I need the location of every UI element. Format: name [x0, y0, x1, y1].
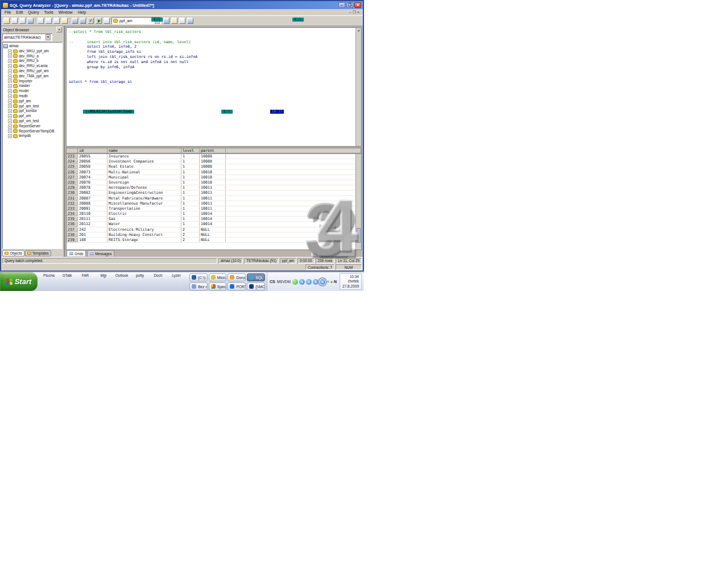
database-node[interactable]: +msdb — [3, 94, 61, 99]
database-node[interactable]: +ReportServerTempDB — [3, 129, 61, 134]
level-column-header[interactable]: level — [181, 148, 200, 153]
mdi-close[interactable]: × — [357, 10, 359, 15]
expand-icon[interactable]: + — [8, 129, 12, 133]
save-icon[interactable] — [19, 18, 26, 24]
panel-path[interactable]: \\MOLNIJA\System\Temp — [83, 110, 134, 114]
find-icon[interactable] — [61, 18, 68, 24]
start-button[interactable]: Start — [0, 272, 38, 291]
tray-icon[interactable]: N — [334, 280, 337, 284]
clock[interactable]: 10:34čtvrtek27.8.2009 — [340, 273, 362, 290]
quick-launch-item[interactable]: Mgr — [95, 273, 112, 277]
expand-icon[interactable]: + — [8, 119, 12, 123]
expand-icon[interactable]: + — [8, 89, 12, 93]
expand-icon[interactable]: + — [8, 124, 12, 128]
database-node[interactable]: +ppf_kondor — [3, 109, 61, 114]
results-tab[interactable]: Messages — [87, 250, 114, 256]
expand-icon[interactable]: + — [8, 74, 12, 78]
menu-item[interactable]: Tools — [44, 10, 53, 14]
results-tab[interactable]: Grids — [67, 250, 86, 256]
mode-icon[interactable] — [80, 18, 86, 24]
menu-item[interactable]: Help — [78, 10, 86, 14]
menu-item[interactable]: File — [5, 10, 11, 14]
expand-icon[interactable]: + — [8, 99, 12, 103]
expand-icon[interactable]: + — [8, 79, 12, 83]
expand-icon[interactable]: + — [8, 84, 12, 88]
object-search-icon[interactable] — [171, 18, 177, 24]
menu-item[interactable]: Window — [59, 10, 73, 14]
panel-path[interactable]: C:\ — [292, 18, 304, 22]
grid-row[interactable]: 224 20056 Investment Companies 1 10008 — [67, 159, 361, 164]
expand-icon[interactable]: + — [8, 54, 12, 58]
expand-icon[interactable]: + — [8, 49, 12, 53]
new-query-icon[interactable] — [3, 18, 10, 24]
minimize-button[interactable]: – — [338, 2, 345, 8]
grid-row[interactable]: 231 20087 Metal Fabricate/Hardware 1 100… — [67, 196, 361, 201]
grid-scrollbar[interactable] — [355, 154, 361, 250]
panel-path[interactable]: C:\ — [221, 110, 233, 114]
database-node[interactable]: +ppf_am_test — [3, 104, 61, 109]
scroll-thumb[interactable] — [357, 228, 361, 243]
grid-row[interactable]: 226 20073 Multi-National 1 10010 — [67, 170, 361, 175]
database-node[interactable]: +ReportServer — [3, 124, 61, 129]
task-button[interactable]: (C:\) - Far — [189, 273, 208, 281]
expand-icon[interactable]: + — [8, 114, 12, 118]
close-icon[interactable]: × — [56, 27, 62, 32]
grid-row[interactable]: 227 20074 Municipal 1 10010 — [67, 175, 361, 180]
panel-path[interactable]: C:\ — [151, 18, 163, 22]
virtual-desktop-button[interactable]: 1 — [299, 279, 305, 285]
database-node[interactable]: +dev_RRU_ppf_am — [3, 69, 61, 74]
stop-icon[interactable] — [104, 18, 110, 24]
grid-row[interactable]: 233 20091 Transportation 1 10011 — [67, 206, 361, 211]
grid-row[interactable]: 230 20082 Engineering&Construction 1 100… — [67, 190, 361, 196]
sql-editor[interactable]: --select * from tbl_risk_sectors-- inser… — [66, 27, 362, 147]
expand-icon[interactable]: + — [8, 134, 12, 138]
expand-icon[interactable]: + — [8, 64, 12, 68]
grid-row[interactable]: 236 20112 Water 1 10014 — [67, 222, 361, 227]
task-button[interactable]: Doručená po... — [228, 273, 246, 281]
language-indicator[interactable]: CS — [270, 280, 275, 284]
object-browser-tab[interactable]: Objects — [2, 250, 24, 256]
database-node[interactable]: +dev_RRU_b — [3, 59, 61, 64]
database-node[interactable]: +ppf_om_test — [3, 119, 61, 124]
expand-icon[interactable]: + — [8, 109, 12, 113]
tray-icon[interactable]: « — [327, 280, 329, 284]
object-browser-icon[interactable] — [163, 18, 169, 24]
grid-row[interactable]: 223 20055 Insurance 1 10008 — [67, 154, 361, 159]
database-node[interactable]: +ppf_am — [3, 99, 61, 104]
quick-launch-item[interactable]: Plocha — [40, 273, 57, 277]
open-icon[interactable] — [11, 18, 18, 24]
virtual-desktop-button[interactable]: 4 — [320, 279, 325, 285]
database-node[interactable]: +dev_TMA_ppf_am — [3, 74, 61, 79]
quick-launch-item[interactable]: Outlook — [113, 273, 130, 277]
tray-icon[interactable]: ● — [330, 280, 333, 284]
database-node[interactable]: +model — [3, 89, 61, 94]
window-icon[interactable] — [27, 18, 34, 24]
cut-icon[interactable] — [38, 18, 44, 24]
current-connection-icon[interactable] — [179, 18, 185, 24]
tree-root[interactable]: almaz — [3, 44, 61, 49]
grid-row[interactable]: 229 20078 Aerospace/Defense 1 10011 — [67, 185, 361, 190]
quick-launch-item[interactable]: putty — [131, 273, 148, 277]
grid-row[interactable]: 234 20110 Electric 1 10014 — [67, 211, 361, 217]
grid-row[interactable]: 228 20076 Sovereign 1 10010 — [67, 180, 361, 185]
database-node[interactable]: +dev_RRU_eLania — [3, 64, 61, 69]
execute-icon[interactable] — [96, 18, 102, 24]
database-node[interactable]: +master — [3, 84, 61, 89]
paste-icon[interactable] — [53, 18, 60, 24]
grid-row[interactable]: 238 201 Building-Heavy Construct 2 NULL — [67, 232, 361, 238]
task-button[interactable]: SpeccyWeb ... — [209, 282, 227, 290]
database-node[interactable]: +ppf_om — [3, 114, 61, 119]
database-node[interactable]: +dev_MKU_ppf_am — [3, 49, 61, 54]
grid-row[interactable]: 235 20111 Gas 1 10014 — [67, 217, 361, 222]
task-button[interactable]: {\\MOLNIJA\... — [247, 282, 265, 290]
object-browser-tab[interactable]: Templates — [25, 250, 51, 256]
mdi-minimize[interactable]: – — [349, 10, 351, 15]
name-column-header[interactable]: name — [107, 148, 181, 153]
parse-check-icon[interactable]: ✓ — [88, 18, 94, 24]
restore-button[interactable]: ❐ — [346, 2, 353, 8]
quick-launch-item[interactable]: FAR — [77, 273, 94, 277]
database-node[interactable]: +Importer — [3, 79, 61, 84]
results-mode-icon[interactable] — [187, 18, 193, 24]
task-button[interactable]: PORT.PRO -... — [228, 282, 246, 290]
quick-launch-item[interactable]: GTalk — [59, 273, 76, 277]
